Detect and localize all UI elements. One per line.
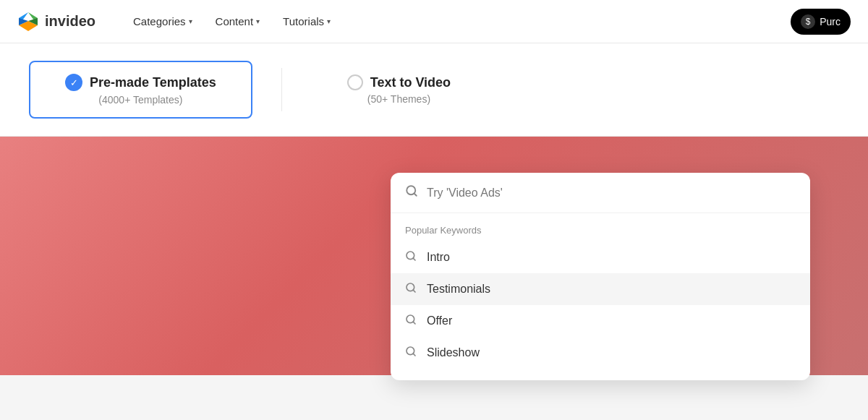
keyword-testimonials[interactable]: Testimonials bbox=[391, 273, 810, 305]
text-to-video-radio-icon bbox=[347, 74, 363, 90]
intro-search-icon bbox=[405, 250, 417, 265]
keyword-slideshow[interactable]: Slideshow bbox=[391, 337, 810, 369]
hero-area: Popular Keywords Intro Testim bbox=[0, 137, 868, 375]
purchase-button[interactable]: $ Purc bbox=[791, 9, 851, 35]
text-to-video-subtitle: (50+ Themes) bbox=[367, 93, 430, 105]
popular-keywords-label: Popular Keywords bbox=[391, 225, 810, 241]
logo[interactable]: invideo bbox=[17, 11, 95, 33]
text-to-video-option[interactable]: Text to Video (50+ Themes) bbox=[311, 61, 487, 118]
offer-search-icon bbox=[405, 314, 417, 328]
keyword-offer[interactable]: Offer bbox=[391, 305, 810, 337]
nav-categories[interactable]: Categories ▾ bbox=[124, 9, 201, 33]
nav-tutorials[interactable]: Tutorials ▾ bbox=[274, 9, 339, 33]
nav-right: $ Purc bbox=[791, 9, 851, 35]
categories-label: Categories bbox=[133, 15, 186, 27]
keyword-slideshow-label: Slideshow bbox=[427, 346, 480, 359]
pre-made-check-icon: ✓ bbox=[65, 74, 82, 91]
pre-made-inner: ✓ Pre-made Templates bbox=[65, 74, 216, 91]
tutorials-chevron-icon: ▾ bbox=[327, 17, 331, 25]
options-divider bbox=[281, 68, 282, 111]
popular-keywords-section: Popular Keywords Intro Testim bbox=[391, 213, 810, 380]
pre-made-templates-option[interactable]: ✓ Pre-made Templates (4000+ Templates) bbox=[29, 61, 252, 119]
navbar: invideo Categories ▾ Content ▾ Tutorials… bbox=[0, 0, 868, 43]
slideshow-search-icon bbox=[405, 346, 417, 360]
content-chevron-icon: ▾ bbox=[256, 17, 260, 25]
search-dropdown: Popular Keywords Intro Testim bbox=[391, 173, 810, 380]
tutorials-label: Tutorials bbox=[283, 15, 324, 27]
nav-links: Categories ▾ Content ▾ Tutorials ▾ bbox=[124, 9, 791, 33]
keyword-testimonials-label: Testimonials bbox=[427, 283, 490, 296]
testimonials-search-icon bbox=[405, 282, 417, 296]
keyword-offer-label: Offer bbox=[427, 314, 452, 327]
search-box bbox=[391, 173, 810, 213]
content-label: Content bbox=[216, 15, 254, 27]
text-to-video-title: Text to Video bbox=[370, 75, 451, 90]
pre-made-subtitle: (4000+ Templates) bbox=[98, 94, 182, 106]
logo-text: invideo bbox=[45, 13, 95, 30]
search-icon bbox=[405, 184, 418, 201]
search-input[interactable] bbox=[427, 187, 796, 200]
pre-made-title: Pre-made Templates bbox=[90, 75, 216, 90]
svg-line-8 bbox=[413, 258, 415, 260]
invideo-logo-icon bbox=[17, 11, 39, 33]
nav-content[interactable]: Content ▾ bbox=[207, 9, 269, 33]
keyword-intro-label: Intro bbox=[427, 251, 450, 264]
text-to-video-inner: Text to Video bbox=[347, 74, 451, 90]
keyword-intro[interactable]: Intro bbox=[391, 241, 810, 273]
svg-line-10 bbox=[413, 290, 415, 292]
svg-line-14 bbox=[413, 353, 415, 356]
svg-line-12 bbox=[413, 322, 415, 324]
purchase-label: Purc bbox=[820, 16, 841, 27]
purchase-icon: $ bbox=[801, 14, 815, 29]
svg-line-6 bbox=[414, 193, 416, 195]
template-selection: ✓ Pre-made Templates (4000+ Templates) T… bbox=[0, 43, 868, 137]
categories-chevron-icon: ▾ bbox=[189, 17, 192, 25]
